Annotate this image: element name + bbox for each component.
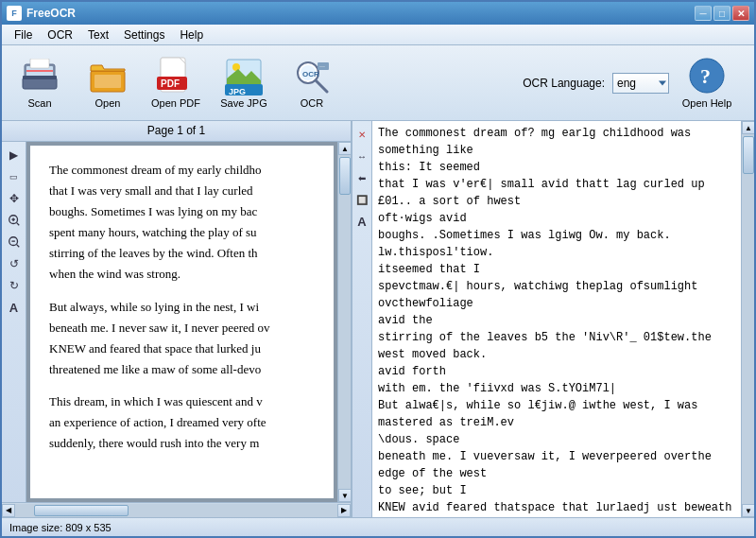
scrollbar-up-button[interactable]: ▲: [338, 142, 351, 155]
hscroll-left-button[interactable]: ◀: [2, 504, 15, 517]
text-line: avid forth: [378, 363, 735, 380]
tool-select[interactable]: ▭: [5, 167, 24, 186]
open-icon: [89, 57, 127, 95]
svg-line-29: [16, 245, 19, 248]
statusbar: Image size: 809 x 535: [2, 517, 754, 536]
menu-text[interactable]: Text: [80, 26, 116, 43]
image-content: The commonest dream of my early childho …: [30, 146, 334, 498]
panel-icon-3[interactable]: ⬅: [352, 168, 371, 187]
scrollbar-thumb[interactable]: [339, 157, 351, 195]
ocr-label: OCR: [301, 97, 323, 109]
text-scrollbar-track[interactable]: [742, 134, 754, 504]
close-button[interactable]: ✕: [732, 6, 749, 21]
text-scrollbar-thumb[interactable]: [743, 136, 754, 174]
hscroll-track[interactable]: [15, 504, 337, 517]
panel-icon-4[interactable]: 🔲: [352, 190, 371, 209]
save-jpg-label: Save JPG: [220, 97, 267, 109]
hscroll-right-button[interactable]: ▶: [337, 504, 351, 517]
open-button[interactable]: Open: [77, 51, 138, 115]
app-title: FreeOCR: [26, 7, 76, 20]
image-text-para1: The commonest dream of my early childho …: [49, 160, 315, 286]
menu-ocr[interactable]: OCR: [40, 26, 80, 43]
toolbar: Scan Open PDF Open PDF: [2, 45, 754, 121]
tool-move[interactable]: ✥: [5, 189, 24, 208]
open-pdf-button[interactable]: PDF Open PDF: [146, 51, 206, 115]
tool-sidebar: ▶ ▭ ✥: [2, 142, 26, 502]
image-text-para2: But always, while so lying in the nest, …: [49, 297, 315, 380]
help-label: Open Help: [682, 97, 732, 109]
image-text-para3: This dream, in which I was quiescent and…: [49, 391, 315, 454]
tool-arrow[interactable]: ▶: [5, 146, 24, 165]
text-line: that I was v'er€| small avid thatt lag c…: [378, 176, 735, 210]
titlebar-title-area: F FreeOCR: [7, 6, 76, 21]
text-line: beneath me. I vueversaw it, I weverpeere…: [378, 448, 735, 482]
text-line: But alwa€|s, while so l€jiw.@ iwthe west…: [378, 397, 735, 431]
svg-rect-4: [30, 59, 49, 68]
window-controls: ─ □ ✕: [695, 6, 749, 21]
ocr-language-select-wrapper[interactable]: eng: [612, 73, 669, 94]
minimize-button[interactable]: ─: [695, 6, 712, 21]
svg-text:···: ···: [319, 63, 325, 70]
text-line: The commonest dream of? mg earlg childho…: [378, 125, 735, 159]
help-icon: ?: [688, 57, 726, 95]
svg-rect-7: [94, 75, 121, 88]
help-button[interactable]: ? Open Help: [677, 57, 737, 109]
ocr-text-content[interactable]: The commonest dream of? mg earlg childho…: [372, 121, 741, 517]
tool-zoom-out[interactable]: [5, 233, 24, 252]
open-label: Open: [95, 97, 121, 109]
text-line: spevctmaw.€| hours, watchiwg theplag ofs…: [378, 278, 735, 312]
svg-rect-5: [23, 76, 57, 79]
text-line: to see; but I: [378, 482, 735, 499]
image-scrollbar[interactable]: ▲ ▼: [337, 142, 351, 502]
hscroll-thumb[interactable]: [34, 505, 129, 516]
text-scrollbar-down[interactable]: ▼: [742, 504, 754, 517]
tool-rotate-left[interactable]: ↺: [5, 254, 24, 273]
text-line: KNEW avid feared thatspace that lurlaedj…: [378, 499, 735, 517]
titlebar: F FreeOCR ─ □ ✕: [2, 2, 754, 25]
menu-settings[interactable]: Settings: [116, 26, 172, 43]
image-bottom-scrollbar[interactable]: ◀ ▶: [2, 502, 351, 517]
text-line: oft·wigs avid: [378, 210, 735, 227]
text-line: this: It seemed: [378, 159, 735, 176]
save-jpg-icon: JPG: [225, 57, 263, 95]
scan-icon: [21, 57, 59, 95]
ocr-language-select[interactable]: eng: [612, 73, 669, 94]
svg-line-26: [16, 223, 19, 226]
svg-text:JPG: JPG: [229, 87, 246, 95]
tool-zoom-in[interactable]: [5, 211, 24, 230]
ocr-button[interactable]: OCR ··· OCR: [282, 51, 342, 115]
text-line: with em. the 'fiivxd was S.tYOiM7l|: [378, 380, 735, 397]
tool-rotate-right[interactable]: ↻: [5, 276, 24, 295]
scrollbar-track[interactable]: [338, 155, 351, 489]
panel-icon-1[interactable]: ✕: [352, 125, 371, 144]
text-line: stirring of the leaves b5 the 'Niv\R'_ 0…: [378, 329, 735, 363]
text-scrollbar[interactable]: ▲ ▼: [741, 121, 754, 517]
text-panel: The commonest dream of? mg earlg childho…: [372, 121, 754, 517]
image-viewport[interactable]: The commonest dream of my early childho …: [26, 142, 337, 502]
open-pdf-label: Open PDF: [151, 97, 200, 109]
ocr-icon: OCR ···: [293, 57, 331, 95]
svg-text:?: ?: [700, 64, 711, 88]
text-line: boughs. .Sometimes I was lgiwg Ow. my ba…: [378, 227, 735, 261]
image-panel-body: ▶ ▭ ✥: [2, 142, 351, 502]
svg-line-18: [316, 80, 327, 92]
svg-text:PDF: PDF: [161, 78, 180, 89]
menu-file[interactable]: File: [7, 26, 40, 43]
ocr-language-label: OCR Language:: [523, 77, 605, 90]
text-line: \dous. space: [378, 431, 735, 448]
app-icon: F: [7, 6, 22, 21]
tool-text[interactable]: A: [5, 298, 24, 317]
panel-icon-2[interactable]: ↔: [352, 147, 371, 165]
ocr-language-area: OCR Language: eng ? Open Help: [523, 57, 747, 109]
scan-button[interactable]: Scan: [9, 51, 70, 115]
image-panel: Page 1 of 1 ▶ ▭ ✥: [2, 121, 352, 517]
text-scrollbar-up[interactable]: ▲: [742, 121, 754, 134]
scrollbar-down-button[interactable]: ▼: [338, 489, 351, 502]
menu-help[interactable]: Help: [172, 26, 211, 43]
maximize-button[interactable]: □: [713, 6, 730, 21]
save-jpg-button[interactable]: JPG Save JPG: [214, 51, 274, 115]
scan-label: Scan: [27, 97, 51, 109]
text-line: itseemed that I: [378, 261, 735, 278]
panel-icon-5[interactable]: A: [352, 212, 371, 231]
menubar: File OCR Text Settings Help: [2, 25, 754, 45]
